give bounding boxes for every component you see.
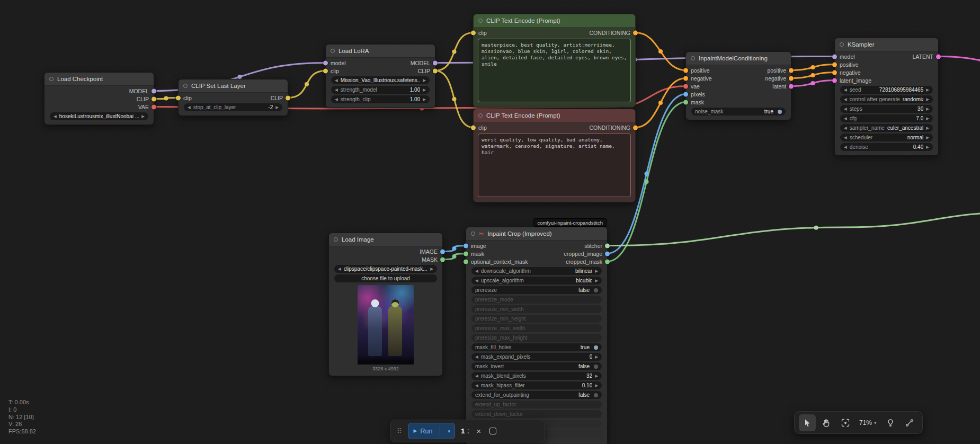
- combo-right-icon[interactable]: ▶: [926, 106, 929, 111]
- batch-increment-icon[interactable]: ▴: [467, 428, 469, 431]
- port-clip-output[interactable]: [286, 95, 290, 100]
- port-mask-output[interactable]: [440, 257, 445, 262]
- cfg-widget[interactable]: ◀ cfg 7.0 ▶: [840, 114, 933, 122]
- combo-right-icon[interactable]: ▶: [926, 135, 929, 140]
- combo-right-icon[interactable]: ▶: [926, 87, 929, 92]
- stop-icon[interactable]: [489, 428, 496, 434]
- port-latent-output[interactable]: [936, 54, 941, 59]
- pan-mode-button[interactable]: [818, 414, 835, 431]
- node-clip-text-encode-positive[interactable]: CLIP Text Encode (Prompt) clip CONDITION…: [473, 14, 636, 108]
- combo-left-icon[interactable]: ◀: [188, 105, 191, 110]
- sampler-name-widget[interactable]: ◀ sampler_name euler_ancestral ▶: [840, 124, 933, 132]
- node-load-lora[interactable]: Load LoRA model MODEL clip CLIP ◀ Missio…: [325, 44, 435, 108]
- node-header[interactable]: Load Image: [329, 233, 442, 246]
- positive-prompt-textarea[interactable]: masterpiece, best quality, artist:morrii…: [478, 39, 631, 102]
- toggle-knob-icon[interactable]: [594, 288, 598, 292]
- port-clip-input[interactable]: [323, 68, 328, 73]
- run-button[interactable]: ▶ Run ▾: [408, 423, 455, 439]
- toggle-links-button[interactable]: [901, 414, 918, 431]
- port-positive-input[interactable]: [832, 62, 837, 67]
- combo-left-icon[interactable]: ◀: [844, 145, 847, 149]
- combo-left-icon[interactable]: ◀: [335, 78, 338, 83]
- toggle-lightbulb-button[interactable]: [882, 414, 899, 431]
- port-latent-image-input[interactable]: [832, 78, 837, 83]
- combo-right-icon[interactable]: ▶: [423, 97, 426, 102]
- node-header[interactable]: InpaintModelConditioning: [686, 52, 791, 65]
- scheduler-widget[interactable]: ◀ scheduler normal ▶: [840, 134, 933, 141]
- combo-right-icon[interactable]: ▶: [430, 267, 433, 271]
- toggle-knob-icon[interactable]: [594, 393, 598, 397]
- combo-right-icon[interactable]: ▶: [595, 354, 598, 359]
- combo-right-icon[interactable]: ▶: [926, 116, 929, 121]
- port-negative-input[interactable]: [832, 70, 837, 75]
- node-header[interactable]: KSampler: [835, 38, 938, 51]
- combo-right-icon[interactable]: ▶: [141, 114, 145, 119]
- port-clip-input[interactable]: [471, 125, 476, 130]
- combo-left-icon[interactable]: ◀: [475, 278, 478, 283]
- port-clip-output[interactable]: [433, 68, 438, 73]
- node-header[interactable]: CLIP Text Encode (Prompt): [474, 109, 635, 122]
- node-clip-set-last-layer[interactable]: CLIP Set Last Layer clip CLIP ◀ stop_at_…: [178, 79, 288, 116]
- port-positive-output[interactable]: [789, 68, 794, 73]
- mask-invert-toggle[interactable]: mask_invert false: [471, 362, 602, 370]
- port-positive-input[interactable]: [683, 68, 688, 73]
- upscale-algorithm-widget[interactable]: ◀ upscale_algorithm bicubic ▶: [471, 277, 602, 285]
- seed-widget[interactable]: ◀ seed 728106895984465 ▶: [840, 86, 933, 94]
- port-conditioning-output[interactable]: [633, 125, 638, 130]
- port-optional-context-mask-input[interactable]: [464, 259, 468, 264]
- combo-left-icon[interactable]: ◀: [335, 97, 338, 102]
- mask-fill-holes-toggle[interactable]: mask_fill_holes true: [471, 343, 602, 351]
- toggle-knob-icon[interactable]: [594, 365, 598, 369]
- collapse-dot-icon[interactable]: [49, 77, 54, 81]
- port-clip-output[interactable]: [152, 96, 156, 101]
- combo-left-icon[interactable]: ◀: [844, 87, 847, 92]
- combo-left-icon[interactable]: ◀: [475, 383, 478, 388]
- mask-blend-pixels-widget[interactable]: ◀ mask_blend_pixels 32 ▶: [471, 372, 602, 380]
- port-negative-output[interactable]: [789, 76, 794, 81]
- collapse-dot-icon[interactable]: [478, 19, 483, 23]
- extend-for-outpainting-toggle[interactable]: extend_for_outpainting false: [471, 391, 602, 399]
- downscale-algorithm-widget[interactable]: ◀ downscale_algorithm bilinear ▶: [471, 267, 602, 275]
- node-header[interactable]: Load Checkpoint: [44, 73, 154, 86]
- noise-mask-toggle[interactable]: noise_mask true: [691, 108, 786, 116]
- collapse-dot-icon[interactable]: [478, 113, 483, 118]
- combo-right-icon[interactable]: ▶: [926, 97, 929, 102]
- combo-right-icon[interactable]: ▶: [275, 105, 279, 110]
- fit-view-button[interactable]: [837, 414, 854, 431]
- port-cropped-mask-output[interactable]: [605, 259, 610, 264]
- node-header[interactable]: CLIP Text Encode (Prompt): [474, 14, 635, 28]
- select-mode-button[interactable]: [799, 414, 816, 431]
- combo-right-icon[interactable]: ▶: [595, 383, 598, 388]
- combo-right-icon[interactable]: ▶: [595, 374, 598, 378]
- combo-left-icon[interactable]: ◀: [338, 267, 341, 271]
- collapse-dot-icon[interactable]: [840, 42, 844, 47]
- collapse-dot-icon[interactable]: [334, 237, 338, 242]
- image-preview[interactable]: [358, 285, 414, 365]
- port-latent-output[interactable]: [789, 84, 794, 88]
- port-mask-input[interactable]: [683, 100, 688, 104]
- node-ksampler[interactable]: KSampler model LATENT positive negative …: [834, 38, 939, 156]
- strength-model-widget[interactable]: ◀ strength_model 1.00 ▶: [331, 86, 430, 94]
- ckpt-name-combo[interactable]: ◀ hosekiLustrousmix_illustNoobai ... ▶: [50, 112, 148, 120]
- preresize-toggle[interactable]: preresize false: [471, 286, 602, 294]
- zoom-level-dropdown[interactable]: 71% ▾: [856, 419, 880, 427]
- lora-name-combo[interactable]: ◀ Mission_Vao_Illustrious.safetens... ▶: [331, 76, 430, 84]
- combo-left-icon[interactable]: ◀: [54, 114, 57, 119]
- node-inpaint-model-conditioning[interactable]: InpaintModelConditioning positive positi…: [685, 51, 791, 120]
- combo-right-icon[interactable]: ▶: [926, 126, 929, 130]
- port-clip-input[interactable]: [176, 95, 181, 100]
- combo-right-icon[interactable]: ▶: [926, 145, 929, 149]
- toggle-knob-icon[interactable]: [778, 110, 782, 114]
- port-image-output[interactable]: [440, 249, 445, 254]
- port-pixels-input[interactable]: [683, 92, 688, 96]
- combo-left-icon[interactable]: ◀: [475, 374, 478, 378]
- port-stitcher-output[interactable]: [605, 243, 610, 248]
- run-options-chevron-icon[interactable]: ▾: [443, 429, 455, 434]
- port-mask-input[interactable]: [464, 251, 468, 256]
- port-cropped-image-output[interactable]: [605, 251, 610, 256]
- port-vae-output[interactable]: [152, 104, 156, 109]
- collapse-dot-icon[interactable]: [691, 56, 695, 60]
- port-negative-input[interactable]: [683, 76, 688, 81]
- stop-at-clip-layer-widget[interactable]: ◀ stop_at_clip_layer -2 ▶: [184, 103, 282, 111]
- node-load-checkpoint[interactable]: Load Checkpoint MODEL CLIP VAE ◀ hosekiL…: [44, 72, 154, 125]
